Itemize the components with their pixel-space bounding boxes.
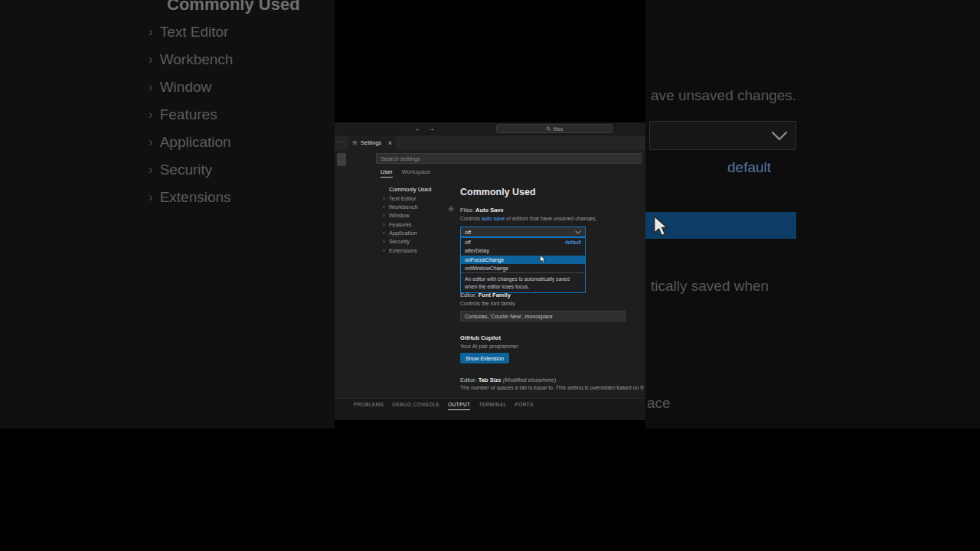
gear-icon[interactable] [448,206,454,212]
setting-label-tab-size: Editor: Tab Size(Modified elsewhere) [460,377,556,383]
bg-select-fragment [649,121,796,150]
bg-commonly-used-header: Commonly Used [167,0,300,15]
modified-elsewhere-note: (Modified elsewhere) [503,377,557,383]
background-zoom-left: Commonly Used ›Text Editor ›Workbench ›W… [0,0,335,429]
chevron-right-icon: › [149,107,153,122]
option-label: off [465,240,471,245]
bg-tree-item: ›Extensions [149,189,231,206]
bg-tree-item-label: Security [160,161,213,178]
bg-tree-item: ›Window [149,79,211,96]
chevron-right-icon: › [149,52,153,67]
setting-desc-font-family: Controls the font family. [460,301,644,306]
setting-label-name: Auto Save [475,207,504,214]
background-zoom-right: ave unsaved changes. default tically sav… [645,0,980,429]
bg-tree-item-label: Workbench [160,51,234,68]
option-detail: default [565,240,581,245]
chevron-down-icon [575,230,581,234]
desc-text: Controls [460,216,482,221]
chevron-right-icon: › [149,24,153,40]
settings-body: Commonly Used Files: Auto Save Controls … [335,122,645,398]
bg-tree-item-label: Extensions [160,189,231,206]
chevron-down-icon [771,131,788,141]
option-label: onWindowChange [465,266,508,271]
bg-default-label: default [727,159,771,176]
vscode-window: ← → files ··· Settings × Search settings… [335,122,645,420]
chevron-right-icon: › [149,80,153,95]
bg-tree-item-label: Text Editor [160,24,229,41]
bg-highlighted-option [645,212,796,239]
bg-tree-item-label: Window [160,79,212,96]
auto-save-select-value: off [465,229,471,236]
tab-terminal[interactable]: TERMINAL [479,402,506,410]
bg-tree-item: ›Features [149,106,217,123]
font-family-input[interactable]: Consolas, 'Courier New', monospace [460,311,626,321]
setting-label-auto-save: Files: Auto Save [460,207,504,214]
chevron-right-icon: › [149,135,153,150]
setting-label-name: Tab Size [479,377,501,383]
cursor-pointer-icon [540,255,546,264]
bg-text-fragment: ace [647,395,671,412]
bg-tree-item-label: Application [160,134,231,151]
bg-tree-item-label: Features [160,106,217,123]
bg-tree-item: ›Application [149,134,231,151]
cursor-pointer-icon [653,215,668,238]
auto-save-dropdown: offdefault afterDelay onFocusChange onWi… [460,237,586,293]
copilot-desc: Your AI pair programmer [460,344,644,349]
tab-problems[interactable]: PROBLEMS [354,402,384,410]
page-title: Commonly Used [460,187,536,197]
bg-tree-item: ›Workbench [149,51,233,68]
setting-label-prefix: Editor: [460,377,479,383]
option-onwindowchange[interactable]: onWindowChange [461,264,585,272]
auto-save-select[interactable]: off [460,227,586,237]
bg-tree-item: ›Security [149,161,212,178]
tab-ports[interactable]: PORTS [514,402,533,410]
option-label: onFocusChange [465,257,504,262]
copilot-title: GitHub Copilot [460,334,501,341]
bg-text-fragment: tically saved when [651,278,769,295]
chevron-right-icon: › [149,190,153,205]
video-frame: Commonly Used ›Text Editor ›Workbench ›W… [0,0,980,551]
bg-text-fragment: ave unsaved changes. [651,87,796,104]
auto-save-link[interactable]: auto save [482,216,505,221]
tab-output[interactable]: OUTPUT [448,402,470,410]
setting-label-prefix: Files: [460,207,475,214]
option-afterdelay[interactable]: afterDelay [461,246,585,255]
panel-tabs: PROBLEMS DEBUG CONSOLE OUTPUT TERMINAL P… [354,402,534,410]
option-off[interactable]: offdefault [461,238,585,246]
bg-tree-item: ›Text Editor [149,24,228,41]
setting-desc-auto-save: Controls auto save of editors that have … [460,216,644,221]
tab-debug-console[interactable]: DEBUG CONSOLE [392,402,439,410]
font-family-value: Consolas, 'Courier New', monospace [465,314,553,319]
setting-desc-tab-size: The number of spaces a tab is equal to. … [460,385,644,390]
desc-text: of editors that have unsaved changes. [505,216,596,221]
bottom-panel: PROBLEMS DEBUG CONSOLE OUTPUT TERMINAL P… [335,398,645,420]
option-description: An editor with changes is automatically … [461,272,585,292]
chevron-right-icon: › [149,162,153,178]
show-extension-button[interactable]: Show Extension [460,353,509,364]
option-onfocuschange[interactable]: onFocusChange [461,256,585,264]
option-label: afterDelay [465,248,489,253]
